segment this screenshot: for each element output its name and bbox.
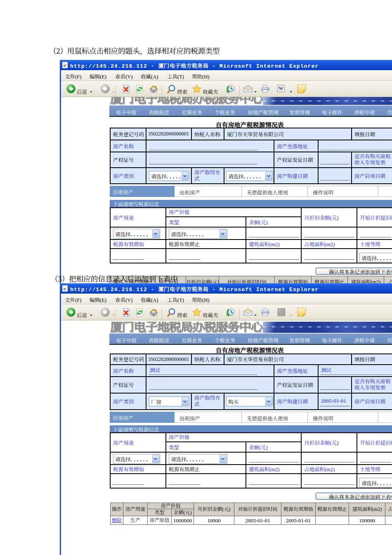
svg-text:W: W <box>279 86 283 91</box>
